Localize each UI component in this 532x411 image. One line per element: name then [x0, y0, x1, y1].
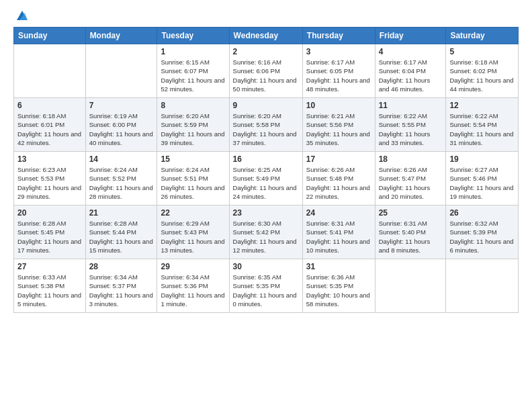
- weekday-header-friday: Friday: [375, 28, 446, 44]
- calendar-cell: 22Sunrise: 6:29 AMSunset: 5:43 PMDayligh…: [157, 205, 229, 259]
- logo-icon: [15, 9, 28, 21]
- day-info: Sunrise: 6:21 AMSunset: 5:56 PMDaylight:…: [306, 111, 371, 147]
- day-number: 11: [379, 101, 443, 110]
- calendar-cell: 3Sunrise: 6:17 AMSunset: 6:05 PMDaylight…: [302, 44, 375, 98]
- day-info: Sunrise: 6:28 AMSunset: 5:44 PMDaylight:…: [89, 219, 154, 255]
- calendar-cell: 20Sunrise: 6:28 AMSunset: 5:45 PMDayligh…: [14, 205, 86, 259]
- day-number: 1: [161, 47, 225, 56]
- calendar-cell: 29Sunrise: 6:34 AMSunset: 5:36 PMDayligh…: [157, 259, 229, 313]
- day-number: 14: [89, 154, 154, 164]
- day-number: 19: [449, 154, 515, 164]
- week-row-3: 13Sunrise: 6:23 AMSunset: 5:53 PMDayligh…: [14, 152, 519, 205]
- day-info: Sunrise: 6:22 AMSunset: 5:55 PMDaylight:…: [379, 111, 443, 147]
- weekday-header-tuesday: Tuesday: [157, 28, 229, 44]
- week-row-2: 6Sunrise: 6:18 AMSunset: 6:01 PMDaylight…: [14, 98, 519, 152]
- weekday-header-sunday: Sunday: [14, 28, 86, 44]
- day-number: 29: [161, 262, 225, 271]
- calendar-cell: 19Sunrise: 6:27 AMSunset: 5:46 PMDayligh…: [446, 152, 519, 205]
- calendar-cell: 9Sunrise: 6:20 AMSunset: 5:58 PMDaylight…: [229, 98, 302, 152]
- day-info: Sunrise: 6:27 AMSunset: 5:46 PMDaylight:…: [449, 165, 515, 201]
- day-number: 13: [17, 154, 82, 164]
- calendar-cell: 17Sunrise: 6:26 AMSunset: 5:48 PMDayligh…: [302, 152, 375, 205]
- calendar-cell: 5Sunrise: 6:18 AMSunset: 6:02 PMDaylight…: [446, 44, 519, 98]
- calendar-cell: [446, 259, 519, 313]
- calendar-cell: 25Sunrise: 6:31 AMSunset: 5:40 PMDayligh…: [375, 205, 446, 259]
- day-info: Sunrise: 6:31 AMSunset: 5:41 PMDaylight:…: [306, 219, 371, 255]
- page: SundayMondayTuesdayWednesdayThursdayFrid…: [0, 0, 532, 411]
- day-info: Sunrise: 6:33 AMSunset: 5:38 PMDaylight:…: [17, 273, 82, 308]
- day-info: Sunrise: 6:20 AMSunset: 5:59 PMDaylight:…: [161, 111, 225, 147]
- calendar-cell: 16Sunrise: 6:25 AMSunset: 5:49 PMDayligh…: [229, 152, 302, 205]
- calendar-cell: 15Sunrise: 6:24 AMSunset: 5:51 PMDayligh…: [157, 152, 229, 205]
- header: [13, 11, 519, 21]
- day-info: Sunrise: 6:22 AMSunset: 5:54 PMDaylight:…: [449, 111, 515, 147]
- calendar-cell: 6Sunrise: 6:18 AMSunset: 6:01 PMDaylight…: [14, 98, 86, 152]
- day-info: Sunrise: 6:23 AMSunset: 5:53 PMDaylight:…: [17, 165, 82, 201]
- day-number: 2: [233, 47, 299, 56]
- calendar-cell: 21Sunrise: 6:28 AMSunset: 5:44 PMDayligh…: [85, 205, 157, 259]
- day-info: Sunrise: 6:26 AMSunset: 5:47 PMDaylight:…: [379, 165, 443, 201]
- weekday-header-wednesday: Wednesday: [229, 28, 302, 44]
- weekday-header-monday: Monday: [85, 28, 157, 44]
- day-info: Sunrise: 6:28 AMSunset: 5:45 PMDaylight:…: [17, 219, 82, 255]
- day-info: Sunrise: 6:15 AMSunset: 6:07 PMDaylight:…: [161, 58, 225, 93]
- day-number: 7: [89, 101, 154, 110]
- day-number: 23: [233, 208, 299, 218]
- calendar-cell: 11Sunrise: 6:22 AMSunset: 5:55 PMDayligh…: [375, 98, 446, 152]
- day-info: Sunrise: 6:18 AMSunset: 6:01 PMDaylight:…: [17, 111, 82, 147]
- day-info: Sunrise: 6:20 AMSunset: 5:58 PMDaylight:…: [233, 111, 299, 147]
- day-info: Sunrise: 6:36 AMSunset: 5:35 PMDaylight:…: [306, 273, 371, 308]
- day-number: 6: [17, 101, 82, 110]
- calendar-table: SundayMondayTuesdayWednesdayThursdayFrid…: [13, 27, 519, 313]
- day-number: 16: [233, 154, 299, 164]
- day-info: Sunrise: 6:35 AMSunset: 5:35 PMDaylight:…: [233, 273, 299, 308]
- day-info: Sunrise: 6:29 AMSunset: 5:43 PMDaylight:…: [161, 219, 225, 255]
- day-number: 20: [17, 208, 82, 218]
- weekday-header-row: SundayMondayTuesdayWednesdayThursdayFrid…: [14, 28, 519, 44]
- calendar-cell: 31Sunrise: 6:36 AMSunset: 5:35 PMDayligh…: [302, 259, 375, 313]
- calendar-cell: 23Sunrise: 6:30 AMSunset: 5:42 PMDayligh…: [229, 205, 302, 259]
- day-info: Sunrise: 6:18 AMSunset: 6:02 PMDaylight:…: [449, 58, 515, 93]
- day-info: Sunrise: 6:17 AMSunset: 6:04 PMDaylight:…: [379, 58, 443, 93]
- logo: [13, 11, 28, 21]
- calendar-cell: 4Sunrise: 6:17 AMSunset: 6:04 PMDaylight…: [375, 44, 446, 98]
- weekday-header-thursday: Thursday: [302, 28, 375, 44]
- calendar-cell: 14Sunrise: 6:24 AMSunset: 5:52 PMDayligh…: [85, 152, 157, 205]
- day-number: 8: [161, 101, 225, 110]
- day-number: 17: [306, 154, 371, 164]
- day-info: Sunrise: 6:24 AMSunset: 5:52 PMDaylight:…: [89, 165, 154, 201]
- day-info: Sunrise: 6:30 AMSunset: 5:42 PMDaylight:…: [233, 219, 299, 255]
- day-info: Sunrise: 6:24 AMSunset: 5:51 PMDaylight:…: [161, 165, 225, 201]
- calendar-cell: 24Sunrise: 6:31 AMSunset: 5:41 PMDayligh…: [302, 205, 375, 259]
- day-info: Sunrise: 6:32 AMSunset: 5:39 PMDaylight:…: [449, 219, 515, 255]
- calendar-cell: 27Sunrise: 6:33 AMSunset: 5:38 PMDayligh…: [14, 259, 86, 313]
- day-number: 5: [449, 47, 515, 56]
- day-number: 9: [233, 101, 299, 110]
- day-info: Sunrise: 6:34 AMSunset: 5:37 PMDaylight:…: [89, 273, 154, 308]
- calendar-cell: 10Sunrise: 6:21 AMSunset: 5:56 PMDayligh…: [302, 98, 375, 152]
- day-number: 31: [306, 262, 371, 271]
- day-number: 4: [379, 47, 443, 56]
- calendar-cell: 28Sunrise: 6:34 AMSunset: 5:37 PMDayligh…: [85, 259, 157, 313]
- day-number: 12: [449, 101, 515, 110]
- day-number: 10: [306, 101, 371, 110]
- calendar-cell: [14, 44, 86, 98]
- calendar-cell: [85, 44, 157, 98]
- day-number: 21: [89, 208, 154, 218]
- day-number: 26: [449, 208, 515, 218]
- week-row-1: 1Sunrise: 6:15 AMSunset: 6:07 PMDaylight…: [14, 44, 519, 98]
- calendar-cell: 26Sunrise: 6:32 AMSunset: 5:39 PMDayligh…: [446, 205, 519, 259]
- day-info: Sunrise: 6:26 AMSunset: 5:48 PMDaylight:…: [306, 165, 371, 201]
- day-number: 24: [306, 208, 371, 218]
- calendar-cell: 7Sunrise: 6:19 AMSunset: 6:00 PMDaylight…: [85, 98, 157, 152]
- calendar-cell: 12Sunrise: 6:22 AMSunset: 5:54 PMDayligh…: [446, 98, 519, 152]
- day-number: 28: [89, 262, 154, 271]
- calendar-cell: 30Sunrise: 6:35 AMSunset: 5:35 PMDayligh…: [229, 259, 302, 313]
- day-info: Sunrise: 6:17 AMSunset: 6:05 PMDaylight:…: [306, 58, 371, 93]
- day-number: 27: [17, 262, 82, 271]
- day-number: 18: [379, 154, 443, 164]
- week-row-4: 20Sunrise: 6:28 AMSunset: 5:45 PMDayligh…: [14, 205, 519, 259]
- weekday-header-saturday: Saturday: [446, 28, 519, 44]
- calendar-cell: 2Sunrise: 6:16 AMSunset: 6:06 PMDaylight…: [229, 44, 302, 98]
- calendar-cell: [375, 259, 446, 313]
